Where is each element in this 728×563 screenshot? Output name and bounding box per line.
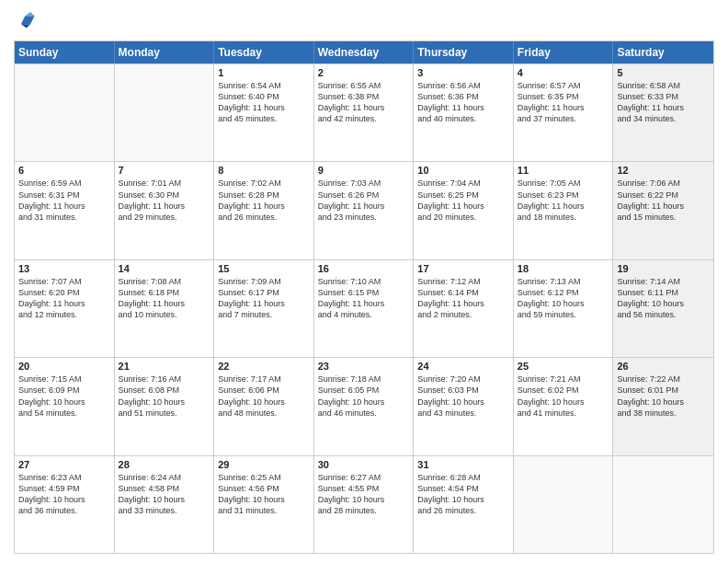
cell-info-line: Sunset: 6:31 PM bbox=[18, 190, 110, 201]
cell-info-line: Sunrise: 7:09 AM bbox=[218, 276, 310, 287]
cell-info-line: and 2 minutes. bbox=[417, 309, 509, 320]
day-number: 3 bbox=[417, 67, 509, 78]
cell-info-line: Sunrise: 7:13 AM bbox=[518, 276, 609, 287]
cell-info-line: and 31 minutes. bbox=[18, 212, 110, 223]
cell-info-line: Sunrise: 7:12 AM bbox=[417, 276, 509, 287]
calendar-header-row: SundayMondayTuesdayWednesdayThursdayFrid… bbox=[15, 41, 713, 63]
cell-info-line: Sunrise: 6:25 AM bbox=[218, 472, 310, 483]
cell-info-line: Sunrise: 7:17 AM bbox=[218, 373, 310, 385]
cal-cell-day-1: 1Sunrise: 6:54 AMSunset: 6:40 PMDaylight… bbox=[214, 64, 314, 161]
cell-info-line: Sunrise: 6:58 AM bbox=[617, 80, 710, 91]
cell-info-line: and 23 minutes. bbox=[318, 212, 410, 223]
cell-info-line: Daylight: 11 hours bbox=[318, 298, 410, 309]
cell-info-line: and 42 minutes. bbox=[318, 113, 410, 124]
cell-info-line: and 4 minutes. bbox=[318, 309, 410, 320]
cell-info-line: and 36 minutes. bbox=[18, 505, 110, 516]
cell-info-line: Sunrise: 7:05 AM bbox=[518, 178, 609, 189]
svg-marker-0 bbox=[21, 16, 35, 24]
cell-info-line: Sunset: 6:30 PM bbox=[119, 190, 210, 201]
cell-info-line: and 12 minutes. bbox=[18, 309, 110, 320]
cal-cell-empty bbox=[613, 456, 713, 553]
cell-info-line: and 18 minutes. bbox=[518, 212, 609, 223]
cell-info-line: Sunrise: 6:57 AM bbox=[518, 80, 609, 91]
cell-info-line: Daylight: 10 hours bbox=[318, 494, 410, 505]
day-number: 22 bbox=[218, 361, 310, 372]
cell-info-line: Daylight: 11 hours bbox=[119, 298, 210, 309]
cal-cell-day-7: 7Sunrise: 7:01 AMSunset: 6:30 PMDaylight… bbox=[115, 162, 215, 259]
day-number: 8 bbox=[218, 165, 310, 176]
cell-info-line: Daylight: 10 hours bbox=[218, 396, 310, 408]
cell-info-line: Daylight: 10 hours bbox=[617, 396, 710, 408]
cell-info-line: Sunrise: 6:56 AM bbox=[417, 80, 509, 91]
cell-info-line: Daylight: 10 hours bbox=[318, 396, 410, 408]
cell-info-line: Daylight: 11 hours bbox=[18, 298, 110, 309]
cell-info-line: Daylight: 11 hours bbox=[318, 201, 410, 212]
day-number: 7 bbox=[119, 165, 210, 176]
cal-cell-day-28: 28Sunrise: 6:24 AMSunset: 4:58 PMDayligh… bbox=[115, 456, 215, 553]
day-number: 13 bbox=[18, 263, 110, 274]
day-number: 29 bbox=[218, 459, 310, 470]
cell-info-line: Sunset: 6:20 PM bbox=[18, 287, 110, 298]
cell-info-line: and 56 minutes. bbox=[617, 309, 710, 320]
cell-info-line: Sunrise: 7:04 AM bbox=[417, 178, 509, 189]
cell-info-line: Daylight: 10 hours bbox=[518, 396, 609, 408]
cell-info-line: Sunset: 6:15 PM bbox=[318, 287, 410, 298]
day-number: 21 bbox=[119, 361, 210, 372]
cell-info-line: Sunrise: 7:01 AM bbox=[119, 178, 210, 189]
cell-info-line: and 46 minutes. bbox=[318, 408, 410, 419]
cal-cell-day-14: 14Sunrise: 7:08 AMSunset: 6:18 PMDayligh… bbox=[115, 260, 215, 357]
cell-info-line: and 40 minutes. bbox=[417, 113, 509, 124]
cal-cell-day-22: 22Sunrise: 7:17 AMSunset: 6:06 PMDayligh… bbox=[214, 358, 314, 454]
cell-info-line: Sunset: 6:02 PM bbox=[518, 385, 609, 396]
cell-info-line: Sunset: 6:40 PM bbox=[218, 91, 310, 102]
cell-info-line: and 34 minutes. bbox=[617, 113, 710, 124]
cell-info-line: Sunset: 6:26 PM bbox=[318, 190, 410, 201]
cell-info-line: Daylight: 11 hours bbox=[417, 298, 509, 309]
cell-info-line: Daylight: 10 hours bbox=[617, 298, 710, 309]
day-number: 30 bbox=[318, 459, 410, 470]
cal-header-friday: Friday bbox=[514, 41, 614, 63]
cell-info-line: Sunset: 6:38 PM bbox=[318, 91, 410, 102]
cal-cell-day-30: 30Sunrise: 6:27 AMSunset: 4:55 PMDayligh… bbox=[314, 456, 415, 553]
cell-info-line: and 41 minutes. bbox=[518, 408, 609, 419]
day-number: 16 bbox=[318, 263, 410, 274]
cell-info-line: Sunset: 6:09 PM bbox=[18, 385, 110, 396]
cell-info-line: Daylight: 11 hours bbox=[119, 201, 210, 212]
cal-week-5: 27Sunrise: 6:23 AMSunset: 4:59 PMDayligh… bbox=[15, 455, 713, 553]
day-number: 20 bbox=[18, 361, 110, 372]
cell-info-line: Sunset: 6:17 PM bbox=[218, 287, 310, 298]
cell-info-line: and 48 minutes. bbox=[218, 408, 310, 419]
cal-cell-day-16: 16Sunrise: 7:10 AMSunset: 6:15 PMDayligh… bbox=[314, 260, 415, 357]
cell-info-line: Sunrise: 6:59 AM bbox=[18, 178, 110, 189]
cal-cell-day-27: 27Sunrise: 6:23 AMSunset: 4:59 PMDayligh… bbox=[15, 456, 115, 553]
day-number: 6 bbox=[18, 165, 110, 176]
day-number: 18 bbox=[518, 263, 609, 274]
cell-info-line: Sunrise: 7:10 AM bbox=[318, 276, 410, 287]
cal-cell-day-20: 20Sunrise: 7:15 AMSunset: 6:09 PMDayligh… bbox=[15, 358, 115, 454]
cell-info-line: Sunrise: 7:02 AM bbox=[218, 178, 310, 189]
cal-cell-day-18: 18Sunrise: 7:13 AMSunset: 6:12 PMDayligh… bbox=[514, 260, 614, 357]
cell-info-line: and 54 minutes. bbox=[18, 408, 110, 419]
calendar-body: 1Sunrise: 6:54 AMSunset: 6:40 PMDaylight… bbox=[15, 63, 713, 553]
cell-info-line: Sunrise: 7:14 AM bbox=[617, 276, 710, 287]
cell-info-line: Sunset: 6:25 PM bbox=[417, 190, 509, 201]
cal-header-monday: Monday bbox=[115, 41, 215, 63]
logo-icon bbox=[16, 9, 36, 29]
day-number: 24 bbox=[417, 361, 509, 372]
cal-cell-day-17: 17Sunrise: 7:12 AMSunset: 6:14 PMDayligh… bbox=[414, 260, 514, 357]
cal-cell-day-31: 31Sunrise: 6:28 AMSunset: 4:54 PMDayligh… bbox=[414, 456, 514, 553]
day-number: 19 bbox=[617, 263, 710, 274]
cal-cell-day-5: 5Sunrise: 6:58 AMSunset: 6:33 PMDaylight… bbox=[613, 64, 713, 161]
cell-info-line: Sunset: 4:59 PM bbox=[18, 483, 110, 494]
cell-info-line: Sunrise: 7:18 AM bbox=[318, 373, 410, 385]
cell-info-line: and 20 minutes. bbox=[417, 212, 509, 223]
cell-info-line: Sunrise: 6:23 AM bbox=[18, 472, 110, 483]
cell-info-line: Sunrise: 6:27 AM bbox=[318, 472, 410, 483]
logo bbox=[14, 9, 36, 33]
cell-info-line: Daylight: 11 hours bbox=[417, 102, 509, 113]
cal-cell-day-12: 12Sunrise: 7:06 AMSunset: 6:22 PMDayligh… bbox=[613, 162, 713, 259]
cell-info-line: Sunset: 6:11 PM bbox=[617, 287, 710, 298]
cell-info-line: Sunrise: 7:20 AM bbox=[417, 373, 509, 385]
cell-info-line: Sunset: 6:28 PM bbox=[218, 190, 310, 201]
cal-cell-day-21: 21Sunrise: 7:16 AMSunset: 6:08 PMDayligh… bbox=[115, 358, 215, 454]
